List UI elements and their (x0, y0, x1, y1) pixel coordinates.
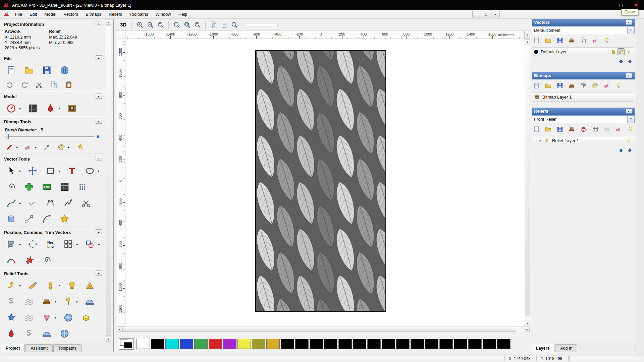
texture-grid-icon[interactable] (58, 180, 71, 193)
menu-item-toolpaths[interactable]: Toolpaths (126, 11, 152, 18)
new-vector-sheet-icon[interactable] (532, 36, 541, 45)
group-vectors-flyout-arrow[interactable]: ▸ (98, 242, 100, 246)
colour-palette-flyout-arrow[interactable]: ▸ (68, 145, 70, 149)
palette-swatch-15[interactable] (338, 339, 352, 349)
fan-relief-icon[interactable] (40, 311, 53, 324)
relief-layer-row[interactable]: + ▸ Relief Layer 1 (532, 136, 634, 145)
open-relief-layer-icon[interactable] (544, 125, 553, 134)
calculate-relief-icon[interactable] (591, 125, 600, 134)
save-bitmap-layer-icon[interactable] (555, 81, 565, 90)
vectors-collapse-button[interactable] (626, 20, 632, 25)
ruler-options-button[interactable] (525, 31, 530, 39)
palette-swatch-5[interactable] (194, 339, 208, 349)
shape-editor-flyout-arrow[interactable]: ▸ (59, 284, 60, 287)
vector-layer-swatch[interactable] (534, 50, 538, 54)
weld-vectors-icon[interactable] (22, 254, 35, 266)
layer-relief-icon[interactable] (79, 311, 92, 324)
new-relief-layer-icon[interactable] (532, 125, 541, 134)
left-scroll-thumb[interactable] (106, 25, 111, 336)
join-vectors-icon[interactable] (5, 254, 17, 266)
menu-item-reliefs[interactable]: Reliefs (105, 11, 126, 18)
tab-layers[interactable]: Layers (531, 344, 554, 352)
sheet-selector-arrow[interactable] (627, 27, 634, 34)
position-tools-collapse-button[interactable] (96, 229, 102, 234)
ruler-origin-button[interactable] (117, 31, 125, 39)
secondary-colour-swatch[interactable] (124, 342, 132, 348)
edit-layer-icon[interactable] (618, 48, 625, 55)
palette-swatch-26[interactable] (497, 339, 511, 349)
align-vectors-flyout-arrow[interactable]: ▸ (19, 242, 21, 246)
create-arc-icon[interactable] (40, 213, 53, 225)
select-vectors-icon[interactable] (5, 164, 17, 177)
palette-swatch-6[interactable] (209, 339, 222, 349)
view-3d-button[interactable]: 3D (118, 21, 128, 28)
merge-bitmaps-icon[interactable] (591, 81, 600, 90)
copy-icon[interactable] (49, 80, 59, 89)
palette-swatch-14[interactable] (324, 339, 337, 349)
export-model-icon[interactable] (58, 64, 71, 76)
transform-vectors-icon[interactable] (26, 164, 39, 177)
palette-swatch-12[interactable] (295, 339, 309, 349)
texture-relief-icon[interactable] (22, 295, 35, 308)
palette-swatch-3[interactable] (165, 339, 179, 349)
zoom-in-icon[interactable] (135, 20, 145, 29)
relief-layer-add-icon[interactable]: + (534, 139, 537, 143)
delete-vector-layer-icon[interactable] (591, 36, 600, 45)
canvas-bitmap-image[interactable] (255, 50, 386, 312)
line-width-preview[interactable] (246, 21, 286, 28)
menu-item-bitmaps[interactable]: Bitmaps (82, 11, 105, 18)
toggle-all-vectors-icon[interactable] (602, 36, 611, 45)
palette-swatch-8[interactable] (237, 339, 251, 349)
create-text-icon[interactable] (65, 164, 78, 177)
turn-relief-flyout-arrow[interactable]: ▸ (76, 300, 78, 303)
tab-add-in[interactable]: Add In (555, 344, 577, 352)
import-relief-icon[interactable] (567, 125, 576, 134)
zoom-fit-icon[interactable] (182, 20, 192, 29)
create-polyline-icon[interactable] (5, 196, 17, 209)
sheet-selector[interactable]: Default Sheet (532, 26, 635, 34)
cut-icon[interactable] (34, 80, 44, 89)
model-collapse-button[interactable] (96, 94, 102, 99)
model-section-header[interactable]: Model (0, 91, 105, 100)
line-width-handle[interactable] (277, 22, 277, 27)
load-relief-image-icon[interactable] (65, 102, 78, 115)
texture-sphere-icon[interactable] (62, 311, 74, 324)
left-scroll-up-button[interactable] (106, 20, 111, 25)
smooth-relief-layer-icon[interactable] (602, 125, 611, 134)
canvas-vertical-scrollbar[interactable] (525, 39, 530, 326)
position-tools-header[interactable]: Position, Combine, Trim Vectors (0, 227, 105, 236)
mdi-minimize-button[interactable]: – (472, 11, 481, 17)
canvas-scroll-left-button[interactable] (117, 327, 122, 332)
create-spiral-icon[interactable] (40, 254, 53, 266)
left-scroll-down-button[interactable] (106, 337, 111, 342)
palette-swatch-11[interactable] (281, 339, 294, 349)
save-vector-sheet-icon[interactable] (555, 36, 565, 45)
relief-tools-collapse-button[interactable] (96, 270, 102, 276)
file-section-header[interactable]: File (0, 53, 105, 62)
import-bitmap-icon[interactable] (567, 81, 576, 90)
canvas-horizontal-scrollbar[interactable] (117, 326, 530, 332)
primary-secondary-swatch[interactable] (119, 338, 133, 350)
move-vector-layer-up-icon[interactable] (618, 58, 625, 65)
palette-swatch-10[interactable] (266, 339, 280, 349)
paint-brush-flyout-arrow[interactable]: ▸ (16, 145, 18, 149)
undo-icon[interactable] (5, 80, 14, 89)
sculpting-icon[interactable] (44, 102, 57, 115)
layer-visibility-icon[interactable] (625, 48, 632, 55)
new-bitmap-layer-icon[interactable] (532, 81, 541, 90)
open-model-icon[interactable] (22, 64, 35, 76)
adjust-greyscale-icon[interactable] (26, 102, 39, 115)
relief-visibility-icon[interactable] (625, 137, 632, 144)
tab-assistant[interactable]: Assistant (25, 344, 53, 352)
create-polyline-flyout-arrow[interactable]: ▸ (19, 201, 21, 205)
delete-bitmap-layer-icon[interactable] (602, 81, 611, 90)
vectors-section-header[interactable]: Vectors (532, 19, 635, 26)
paste-icon[interactable] (64, 80, 73, 89)
relief-clipart-flyout-arrow[interactable]: ▸ (55, 300, 57, 303)
palette-swatch-25[interactable] (483, 339, 496, 349)
palette-swatch-16[interactable] (353, 339, 366, 349)
cut-vector-icon[interactable] (79, 196, 92, 209)
paint-selective-flyout-arrow[interactable]: ▸ (35, 145, 37, 149)
bitmaps-section-header[interactable]: Bitmaps (532, 72, 635, 79)
slider-thumb[interactable] (6, 134, 9, 139)
